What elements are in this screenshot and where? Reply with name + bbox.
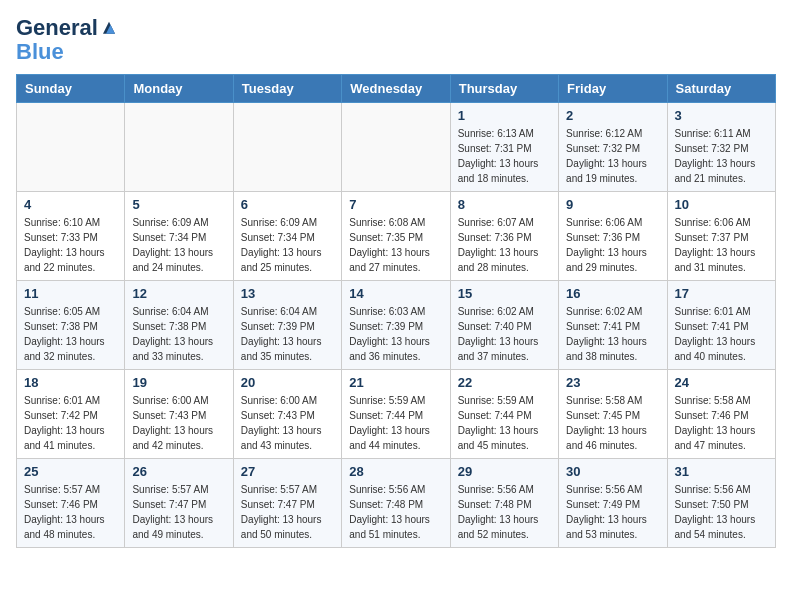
day-detail: Sunrise: 6:13 AM Sunset: 7:31 PM Dayligh…	[458, 126, 551, 186]
day-detail: Sunrise: 5:59 AM Sunset: 7:44 PM Dayligh…	[458, 393, 551, 453]
calendar-week-row: 1Sunrise: 6:13 AM Sunset: 7:31 PM Daylig…	[17, 103, 776, 192]
logo: General Blue	[16, 16, 118, 64]
calendar-cell	[17, 103, 125, 192]
day-number: 26	[132, 464, 225, 479]
weekday-header: Saturday	[667, 75, 775, 103]
day-detail: Sunrise: 5:56 AM Sunset: 7:48 PM Dayligh…	[349, 482, 442, 542]
day-number: 9	[566, 197, 659, 212]
calendar-cell: 31Sunrise: 5:56 AM Sunset: 7:50 PM Dayli…	[667, 459, 775, 548]
calendar-cell: 29Sunrise: 5:56 AM Sunset: 7:48 PM Dayli…	[450, 459, 558, 548]
calendar-cell: 2Sunrise: 6:12 AM Sunset: 7:32 PM Daylig…	[559, 103, 667, 192]
day-detail: Sunrise: 6:12 AM Sunset: 7:32 PM Dayligh…	[566, 126, 659, 186]
calendar-cell: 26Sunrise: 5:57 AM Sunset: 7:47 PM Dayli…	[125, 459, 233, 548]
day-number: 11	[24, 286, 117, 301]
day-number: 2	[566, 108, 659, 123]
weekday-header: Sunday	[17, 75, 125, 103]
calendar-cell	[233, 103, 341, 192]
calendar-cell	[125, 103, 233, 192]
calendar-cell: 5Sunrise: 6:09 AM Sunset: 7:34 PM Daylig…	[125, 192, 233, 281]
weekday-header: Wednesday	[342, 75, 450, 103]
day-number: 22	[458, 375, 551, 390]
logo-text-general: General	[16, 16, 98, 40]
day-number: 25	[24, 464, 117, 479]
day-detail: Sunrise: 6:07 AM Sunset: 7:36 PM Dayligh…	[458, 215, 551, 275]
weekday-header: Friday	[559, 75, 667, 103]
calendar-week-row: 11Sunrise: 6:05 AM Sunset: 7:38 PM Dayli…	[17, 281, 776, 370]
day-detail: Sunrise: 6:03 AM Sunset: 7:39 PM Dayligh…	[349, 304, 442, 364]
page-header: General Blue	[16, 16, 776, 64]
day-detail: Sunrise: 6:09 AM Sunset: 7:34 PM Dayligh…	[132, 215, 225, 275]
day-number: 30	[566, 464, 659, 479]
calendar-cell: 19Sunrise: 6:00 AM Sunset: 7:43 PM Dayli…	[125, 370, 233, 459]
calendar-cell: 9Sunrise: 6:06 AM Sunset: 7:36 PM Daylig…	[559, 192, 667, 281]
day-detail: Sunrise: 6:01 AM Sunset: 7:42 PM Dayligh…	[24, 393, 117, 453]
day-number: 7	[349, 197, 442, 212]
day-number: 20	[241, 375, 334, 390]
day-detail: Sunrise: 6:10 AM Sunset: 7:33 PM Dayligh…	[24, 215, 117, 275]
calendar-cell: 7Sunrise: 6:08 AM Sunset: 7:35 PM Daylig…	[342, 192, 450, 281]
day-number: 19	[132, 375, 225, 390]
weekday-header: Thursday	[450, 75, 558, 103]
day-detail: Sunrise: 6:00 AM Sunset: 7:43 PM Dayligh…	[241, 393, 334, 453]
day-detail: Sunrise: 6:09 AM Sunset: 7:34 PM Dayligh…	[241, 215, 334, 275]
day-detail: Sunrise: 5:56 AM Sunset: 7:50 PM Dayligh…	[675, 482, 768, 542]
day-number: 10	[675, 197, 768, 212]
weekday-header: Monday	[125, 75, 233, 103]
day-detail: Sunrise: 6:06 AM Sunset: 7:36 PM Dayligh…	[566, 215, 659, 275]
day-detail: Sunrise: 5:58 AM Sunset: 7:45 PM Dayligh…	[566, 393, 659, 453]
day-detail: Sunrise: 6:02 AM Sunset: 7:40 PM Dayligh…	[458, 304, 551, 364]
day-detail: Sunrise: 5:58 AM Sunset: 7:46 PM Dayligh…	[675, 393, 768, 453]
day-number: 8	[458, 197, 551, 212]
day-detail: Sunrise: 5:57 AM Sunset: 7:46 PM Dayligh…	[24, 482, 117, 542]
day-number: 27	[241, 464, 334, 479]
day-number: 17	[675, 286, 768, 301]
day-number: 3	[675, 108, 768, 123]
calendar-cell: 16Sunrise: 6:02 AM Sunset: 7:41 PM Dayli…	[559, 281, 667, 370]
day-number: 14	[349, 286, 442, 301]
calendar-cell: 8Sunrise: 6:07 AM Sunset: 7:36 PM Daylig…	[450, 192, 558, 281]
calendar-table: SundayMondayTuesdayWednesdayThursdayFrid…	[16, 74, 776, 548]
day-detail: Sunrise: 6:06 AM Sunset: 7:37 PM Dayligh…	[675, 215, 768, 275]
calendar-cell: 30Sunrise: 5:56 AM Sunset: 7:49 PM Dayli…	[559, 459, 667, 548]
day-number: 23	[566, 375, 659, 390]
day-detail: Sunrise: 6:00 AM Sunset: 7:43 PM Dayligh…	[132, 393, 225, 453]
day-number: 1	[458, 108, 551, 123]
day-detail: Sunrise: 5:57 AM Sunset: 7:47 PM Dayligh…	[132, 482, 225, 542]
calendar-cell: 15Sunrise: 6:02 AM Sunset: 7:40 PM Dayli…	[450, 281, 558, 370]
calendar-cell: 20Sunrise: 6:00 AM Sunset: 7:43 PM Dayli…	[233, 370, 341, 459]
day-number: 31	[675, 464, 768, 479]
day-number: 29	[458, 464, 551, 479]
day-number: 21	[349, 375, 442, 390]
calendar-cell: 4Sunrise: 6:10 AM Sunset: 7:33 PM Daylig…	[17, 192, 125, 281]
day-number: 13	[241, 286, 334, 301]
calendar-cell: 17Sunrise: 6:01 AM Sunset: 7:41 PM Dayli…	[667, 281, 775, 370]
calendar-cell: 6Sunrise: 6:09 AM Sunset: 7:34 PM Daylig…	[233, 192, 341, 281]
day-detail: Sunrise: 6:02 AM Sunset: 7:41 PM Dayligh…	[566, 304, 659, 364]
day-number: 16	[566, 286, 659, 301]
calendar-cell: 12Sunrise: 6:04 AM Sunset: 7:38 PM Dayli…	[125, 281, 233, 370]
day-number: 28	[349, 464, 442, 479]
day-detail: Sunrise: 6:04 AM Sunset: 7:39 PM Dayligh…	[241, 304, 334, 364]
day-number: 5	[132, 197, 225, 212]
day-number: 15	[458, 286, 551, 301]
day-detail: Sunrise: 6:04 AM Sunset: 7:38 PM Dayligh…	[132, 304, 225, 364]
day-detail: Sunrise: 5:57 AM Sunset: 7:47 PM Dayligh…	[241, 482, 334, 542]
logo-icon	[100, 18, 118, 36]
calendar-cell: 14Sunrise: 6:03 AM Sunset: 7:39 PM Dayli…	[342, 281, 450, 370]
calendar-cell	[342, 103, 450, 192]
calendar-cell: 10Sunrise: 6:06 AM Sunset: 7:37 PM Dayli…	[667, 192, 775, 281]
day-detail: Sunrise: 6:01 AM Sunset: 7:41 PM Dayligh…	[675, 304, 768, 364]
day-detail: Sunrise: 5:56 AM Sunset: 7:48 PM Dayligh…	[458, 482, 551, 542]
calendar-cell: 23Sunrise: 5:58 AM Sunset: 7:45 PM Dayli…	[559, 370, 667, 459]
calendar-cell: 3Sunrise: 6:11 AM Sunset: 7:32 PM Daylig…	[667, 103, 775, 192]
calendar-cell: 22Sunrise: 5:59 AM Sunset: 7:44 PM Dayli…	[450, 370, 558, 459]
day-number: 12	[132, 286, 225, 301]
calendar-cell: 18Sunrise: 6:01 AM Sunset: 7:42 PM Dayli…	[17, 370, 125, 459]
calendar-week-row: 18Sunrise: 6:01 AM Sunset: 7:42 PM Dayli…	[17, 370, 776, 459]
calendar-week-row: 25Sunrise: 5:57 AM Sunset: 7:46 PM Dayli…	[17, 459, 776, 548]
calendar-week-row: 4Sunrise: 6:10 AM Sunset: 7:33 PM Daylig…	[17, 192, 776, 281]
weekday-header-row: SundayMondayTuesdayWednesdayThursdayFrid…	[17, 75, 776, 103]
weekday-header: Tuesday	[233, 75, 341, 103]
day-number: 18	[24, 375, 117, 390]
day-number: 4	[24, 197, 117, 212]
